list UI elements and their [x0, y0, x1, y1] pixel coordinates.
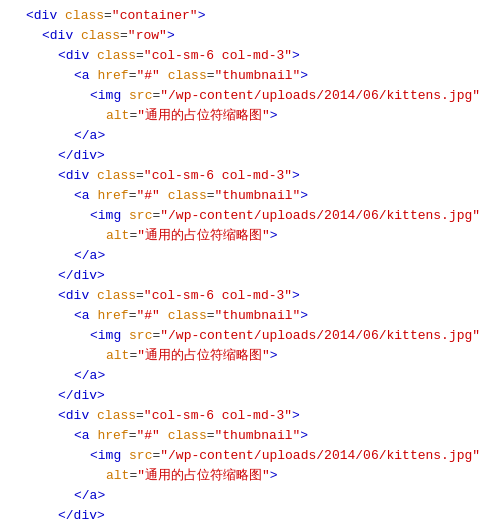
code-token-equals: = [207, 308, 215, 323]
code-token-bracket: > [292, 168, 300, 183]
code-token-bracket: > [97, 268, 105, 283]
code-token-tag: img [98, 328, 121, 343]
code-line: </a> [0, 366, 500, 386]
code-token-attr-value: "/wp-content/uploads/2014/06/kittens.jpg… [160, 448, 480, 463]
line-content: <a href="#" class="thumbnail"> [18, 67, 500, 85]
line-content: </div> [18, 147, 500, 165]
code-token-equals: = [136, 168, 144, 183]
line-content: <img src="/wp-content/uploads/2014/06/ki… [18, 327, 500, 345]
line-content: <a href="#" class="thumbnail"> [18, 427, 500, 445]
code-token-attr-value: "thumbnail" [215, 428, 301, 443]
code-line: <img src="/wp-content/uploads/2014/06/ki… [0, 326, 500, 346]
code-token-attr-name: class [168, 308, 207, 323]
code-token-space [160, 68, 168, 83]
code-token-bracket: < [90, 88, 98, 103]
code-token-tag: a [82, 68, 90, 83]
code-line: <img src="/wp-content/uploads/2014/06/ki… [0, 446, 500, 466]
code-token-attr-value: "#" [136, 428, 159, 443]
code-token-tag: a [82, 308, 90, 323]
code-token-attr-value: "通用的占位符缩略图" [137, 468, 270, 483]
code-token-attr-name: src [129, 88, 152, 103]
code-token-bracket: < [74, 428, 82, 443]
code-line: <a href="#" class="thumbnail"> [0, 186, 500, 206]
code-token-equals: = [136, 48, 144, 63]
code-token-bracket: > [270, 348, 278, 363]
code-token-tag: div [34, 8, 57, 23]
line-content: <div class="col-sm-6 col-md-3"> [18, 167, 500, 185]
line-content: <div class="row"> [18, 27, 500, 45]
code-line: alt="通用的占位符缩略图"> [0, 106, 500, 126]
code-token-tag: img [98, 208, 121, 223]
code-token-tag: div [50, 28, 73, 43]
code-line: alt="通用的占位符缩略图"> [0, 466, 500, 486]
code-line: alt="通用的占位符缩略图"> [0, 226, 500, 246]
code-token-equals: = [136, 408, 144, 423]
code-editor[interactable]: <div class="container"><div class="row">… [0, 0, 500, 520]
code-token-bracket: </ [58, 508, 74, 520]
code-line: </div> [0, 386, 500, 406]
code-token-space [89, 408, 97, 423]
code-token-bracket: < [74, 188, 82, 203]
code-token-attr-name: class [65, 8, 104, 23]
code-token-bracket: > [97, 248, 105, 263]
code-token-bracket: < [74, 308, 82, 323]
code-line: <a href="#" class="thumbnail"> [0, 426, 500, 446]
code-token-attr-value: "thumbnail" [215, 188, 301, 203]
line-content: </div> [18, 507, 500, 520]
code-token-attr-value: "col-sm-6 col-md-3" [144, 288, 292, 303]
code-line: </a> [0, 126, 500, 146]
code-token-space [57, 8, 65, 23]
code-token-attr-value: "container" [112, 8, 198, 23]
code-token-attr-name: src [129, 328, 152, 343]
code-token-tag: div [74, 148, 97, 163]
code-token-attr-name: class [168, 428, 207, 443]
code-token-attr-name: alt [106, 228, 129, 243]
code-line: <div class="row"> [0, 26, 500, 46]
code-token-bracket: </ [74, 128, 90, 143]
code-token-attr-value: "thumbnail" [215, 68, 301, 83]
code-token-equals: = [207, 428, 215, 443]
code-token-bracket: > [300, 308, 308, 323]
code-line: <div class="col-sm-6 col-md-3"> [0, 46, 500, 66]
code-token-bracket: < [74, 68, 82, 83]
line-content: alt="通用的占位符缩略图"> [18, 467, 500, 485]
code-token-bracket: < [42, 28, 50, 43]
code-token-attr-value: "row" [128, 28, 167, 43]
line-content: </div> [18, 267, 500, 285]
code-token-equals: = [104, 8, 112, 23]
code-token-tag: div [74, 268, 97, 283]
code-line: </div> [0, 266, 500, 286]
code-token-bracket: </ [58, 148, 74, 163]
code-token-space [160, 308, 168, 323]
code-token-tag: div [66, 168, 89, 183]
code-line: </div> [0, 146, 500, 166]
code-token-bracket: < [58, 288, 66, 303]
code-token-attr-value: "通用的占位符缩略图" [137, 228, 270, 243]
code-token-space [121, 328, 129, 343]
code-line: <div class="container"> [0, 6, 500, 26]
code-token-bracket: < [58, 48, 66, 63]
code-token-attr-name: class [97, 48, 136, 63]
code-token-bracket: > [292, 48, 300, 63]
code-token-attr-value: "#" [136, 68, 159, 83]
line-content: <div class="col-sm-6 col-md-3"> [18, 407, 500, 425]
code-token-bracket: < [90, 448, 98, 463]
code-token-attr-value: "#" [136, 308, 159, 323]
code-token-bracket: </ [74, 488, 90, 503]
code-token-attr-value: "通用的占位符缩略图" [137, 348, 270, 363]
code-line: <img src="/wp-content/uploads/2014/06/ki… [0, 206, 500, 226]
code-token-bracket: < [26, 8, 34, 23]
code-line: <a href="#" class="thumbnail"> [0, 306, 500, 326]
code-token-space [121, 88, 129, 103]
code-token-attr-value: "/wp-content/uploads/2014/06/kittens.jpg… [160, 208, 480, 223]
code-token-attr-name: alt [106, 468, 129, 483]
code-line: </a> [0, 486, 500, 506]
code-token-bracket: > [97, 508, 105, 520]
code-token-tag: a [82, 428, 90, 443]
code-token-equals: = [120, 28, 128, 43]
code-token-tag: div [74, 508, 97, 520]
code-token-tag: img [98, 448, 121, 463]
code-token-tag: div [66, 288, 89, 303]
code-token-bracket: > [97, 488, 105, 503]
code-line: <a href="#" class="thumbnail"> [0, 66, 500, 86]
